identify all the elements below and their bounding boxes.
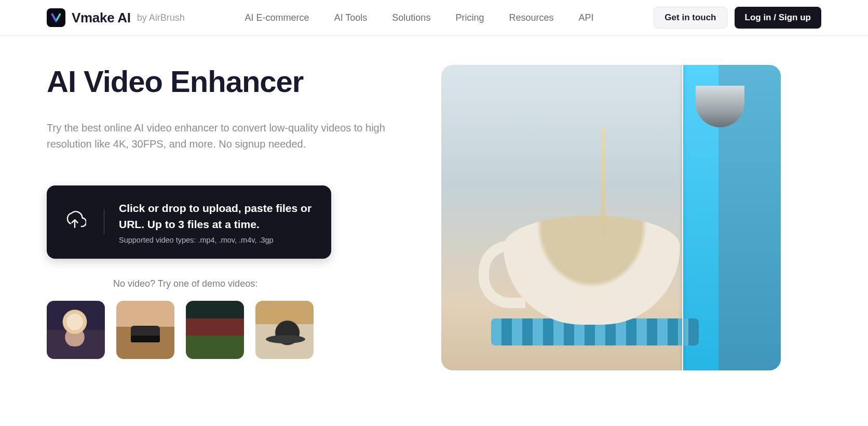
- header-actions: Get in touch Log in / Sign up: [654, 7, 821, 29]
- brand-byline: by AirBrush: [137, 12, 185, 23]
- page-title: AI Video Enhancer: [47, 65, 410, 98]
- site-header: Vmake AI by AirBrush AI E-commerce AI To…: [0, 0, 868, 36]
- nav-ai-ecommerce[interactable]: AI E-commerce: [245, 12, 309, 23]
- demo-video-car-desert[interactable]: [116, 301, 174, 359]
- nav-pricing[interactable]: Pricing: [455, 12, 484, 23]
- nav-api[interactable]: API: [578, 12, 593, 23]
- upload-dropzone[interactable]: Click or drop to upload, paste files or …: [47, 185, 331, 259]
- logo-icon: [47, 8, 65, 27]
- demo-prompt: No video? Try one of demo videos:: [113, 278, 410, 289]
- nav-solutions[interactable]: Solutions: [392, 12, 430, 23]
- cloud-upload-icon: [63, 209, 104, 234]
- demo-video-portrait[interactable]: [47, 301, 105, 359]
- demo-video-coffee-cup[interactable]: [255, 301, 314, 359]
- before-after-divider[interactable]: [682, 65, 683, 370]
- brand-name: Vmake AI: [72, 10, 131, 26]
- demo-videos-row: [47, 301, 410, 359]
- login-signup-button[interactable]: Log in / Sign up: [735, 7, 821, 29]
- brand[interactable]: Vmake AI by AirBrush: [47, 8, 185, 27]
- hero-section: AI Video Enhancer Try the best online AI…: [0, 36, 868, 370]
- comparison-preview: [441, 65, 781, 370]
- page-description: Try the best online AI video enhancer to…: [47, 120, 400, 152]
- hero-left: AI Video Enhancer Try the best online AI…: [47, 65, 410, 359]
- upload-title: Click or drop to upload, paste files or …: [119, 200, 315, 233]
- get-in-touch-button[interactable]: Get in touch: [654, 7, 727, 29]
- coffee-stream: [601, 126, 605, 235]
- coffee-cup: [504, 216, 680, 325]
- demo-video-autumn-forest[interactable]: [186, 301, 244, 359]
- main-nav: AI E-commerce AI Tools Solutions Pricing…: [185, 12, 654, 23]
- nav-ai-tools[interactable]: AI Tools: [334, 12, 368, 23]
- upload-text: Click or drop to upload, paste files or …: [119, 200, 315, 244]
- nav-resources[interactable]: Resources: [509, 12, 553, 23]
- upload-supported: Supported video types: .mp4, .mov, .m4v,…: [119, 236, 315, 244]
